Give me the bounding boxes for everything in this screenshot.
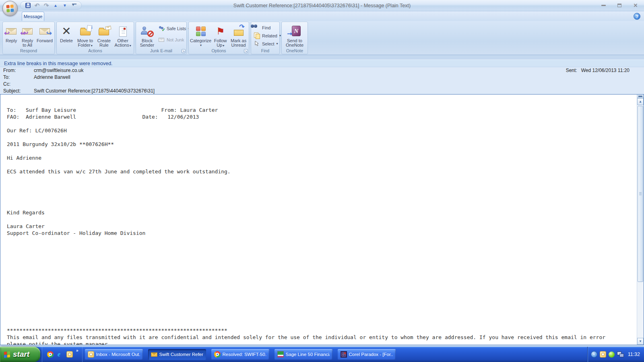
- start-label: start: [13, 350, 32, 359]
- help-button[interactable]: ?: [634, 13, 640, 20]
- group-label-actions: Actions: [88, 48, 102, 53]
- undo-button[interactable]: ↶: [34, 2, 40, 9]
- ribbon: ↩ Reply ↩↩ Reply to All ↪ Forward Respon…: [0, 21, 644, 55]
- group-options: Categorize ▾ ⚑ Follow Up▾ ↷ Mark as Unre…: [188, 22, 249, 54]
- message-body-text: To: Surf Bay Leisure From: Laura Carter …: [7, 107, 231, 237]
- save-button[interactable]: [25, 2, 31, 9]
- dropdown-arrow-icon: ▾: [279, 34, 281, 37]
- system-tray: ‹ 11:32: [587, 347, 644, 362]
- forward-button[interactable]: ↪ Forward: [36, 23, 54, 43]
- outlook-icon[interactable]: [66, 351, 73, 358]
- move-to-folder-button[interactable]: ↓ Move to Folder▾: [75, 23, 95, 48]
- task-resolved-swift[interactable]: Resolved: SWIFT-50...: [211, 349, 269, 360]
- select-cursor-icon: [254, 41, 260, 47]
- redo-icon: ↷: [44, 2, 49, 8]
- chrome-icon[interactable]: [47, 351, 54, 358]
- subject-value: Swift Customer Reference:[271875\440405\…: [34, 88, 155, 95]
- send-to-onenote-button[interactable]: N→ Send to OneNote: [283, 23, 307, 47]
- task-buttons: Inbox - Microsoft Out... Swift Customer …: [83, 349, 587, 360]
- categorize-button[interactable]: Categorize ▾: [190, 23, 212, 47]
- save-icon: [25, 3, 31, 8]
- task-swift-customer-reference[interactable]: Swift Customer Refer...: [148, 349, 206, 360]
- group-label-junk: Junk E-mail: [150, 48, 172, 53]
- close-button[interactable]: ✕: [630, 2, 641, 8]
- screen: ↶ ↷ ▲ ▼ Swift Customer Reference:[271875…: [0, 0, 644, 362]
- start-button[interactable]: start: [0, 347, 40, 362]
- junk-dialog-launcher[interactable]: ↘: [182, 49, 186, 53]
- reply-all-icon: ↩↩: [22, 28, 33, 35]
- task-sage-line-50[interactable]: Sage Line 50 Financia...: [275, 349, 332, 360]
- header-row-cc: Cc:: [0, 81, 644, 88]
- not-junk-icon: [159, 37, 165, 43]
- message-disclaimer-text: ****************************************…: [7, 327, 605, 345]
- customize-qat-button[interactable]: [71, 2, 77, 9]
- group-label-options: Options: [211, 48, 226, 53]
- previous-item-button[interactable]: ▲: [52, 2, 59, 9]
- next-item-button[interactable]: ▼: [62, 2, 68, 9]
- delete-icon: ✕: [62, 26, 71, 37]
- windows-flag-icon: [4, 351, 10, 358]
- find-button[interactable]: Find: [253, 24, 272, 32]
- reply-to-all-button[interactable]: ↩↩ Reply to All: [19, 23, 36, 47]
- scroll-down-button[interactable]: ▼: [637, 338, 644, 345]
- window-background: [0, 55, 644, 60]
- safe-lists-icon: ✓: [159, 25, 165, 32]
- create-rule-button[interactable]: Create Rule: [95, 23, 113, 47]
- internet-explorer-icon[interactable]: [57, 351, 63, 358]
- paradox-icon: [341, 351, 347, 358]
- hide-icons-chevron[interactable]: ‹: [591, 351, 597, 358]
- dropdown-arrow-icon: ▾: [223, 44, 224, 47]
- quick-launch: »: [42, 347, 83, 362]
- options-dialog-launcher[interactable]: ↘: [244, 49, 248, 53]
- block-sender-button[interactable]: Block Sender: [137, 23, 157, 47]
- outlook-tray-icon[interactable]: [600, 351, 606, 358]
- from-label: From:: [3, 67, 34, 74]
- restore-button[interactable]: [614, 2, 625, 8]
- cc-label: Cc:: [3, 81, 34, 88]
- title-bar: ↶ ↷ ▲ ▼ Swift Customer Reference:[271875…: [0, 0, 644, 11]
- other-actions-icon: [119, 27, 127, 37]
- safe-lists-button[interactable]: ✓ Safe Lists ▾: [157, 25, 186, 33]
- window-title: Swift Customer Reference:[271875\440405\…: [80, 3, 564, 8]
- sent-value: Wed 12/06/2013 11:20: [581, 67, 630, 74]
- not-junk-button[interactable]: Not Junk: [157, 36, 186, 44]
- reply-icon: ↩: [6, 28, 17, 35]
- group-label-respond: Respond: [20, 48, 37, 53]
- sent-label: Sent:: [566, 67, 577, 74]
- dropdown-arrow-icon: ▾: [277, 42, 278, 45]
- tab-message[interactable]: Message: [22, 12, 44, 21]
- select-button[interactable]: Select ▾: [253, 40, 279, 48]
- header-row-subject: Subject: Swift Customer Reference:[27187…: [0, 88, 644, 95]
- quick-access-toolbar: ↶ ↷ ▲ ▼: [20, 1, 82, 10]
- group-label-find: Find: [261, 48, 269, 53]
- scrollbar-thumb[interactable]: [638, 106, 643, 282]
- vertical-scrollbar[interactable]: ▲ ▼: [637, 95, 644, 345]
- task-inbox-outlook[interactable]: Inbox - Microsoft Out...: [85, 349, 143, 360]
- ribbon-tab-row: Message ?: [0, 11, 644, 21]
- reply-button[interactable]: ↩ Reply: [4, 23, 19, 43]
- redo-button[interactable]: ↷: [43, 2, 50, 9]
- dropdown-arrow-icon: ▾: [130, 44, 131, 47]
- task-corel-paradox[interactable]: Corel Paradox - [For...: [338, 349, 396, 360]
- mark-as-unread-icon: ↷: [234, 30, 244, 36]
- envelope-icon: [151, 351, 157, 358]
- related-button[interactable]: Related ▾: [253, 32, 282, 40]
- header-row-to: To: Adrienne Barwell: [0, 74, 644, 81]
- delete-button[interactable]: ✕ Delete: [58, 23, 75, 43]
- other-actions-button[interactable]: Other Actions▾: [113, 23, 133, 48]
- office-logo-icon: [6, 4, 14, 12]
- split-handle[interactable]: [637, 95, 644, 98]
- follow-up-button[interactable]: ⚑ Follow Up▾: [212, 23, 229, 48]
- scroll-up-button[interactable]: ▲: [637, 98, 644, 105]
- to-value: Adrienne Barwell: [34, 74, 70, 81]
- minimize-button[interactable]: [598, 2, 609, 8]
- green-status-icon[interactable]: [609, 352, 615, 358]
- office-button[interactable]: [2, 1, 18, 16]
- chrome-icon: [214, 351, 221, 358]
- to-label: To:: [3, 74, 34, 81]
- info-bar: Extra line breaks in this message were r…: [0, 60, 644, 67]
- close-icon: ✕: [634, 3, 638, 8]
- quick-launch-overflow-chevron[interactable]: »: [76, 348, 78, 353]
- mark-as-unread-button[interactable]: ↷ Mark as Unread: [229, 23, 248, 47]
- network-icon[interactable]: [617, 352, 624, 357]
